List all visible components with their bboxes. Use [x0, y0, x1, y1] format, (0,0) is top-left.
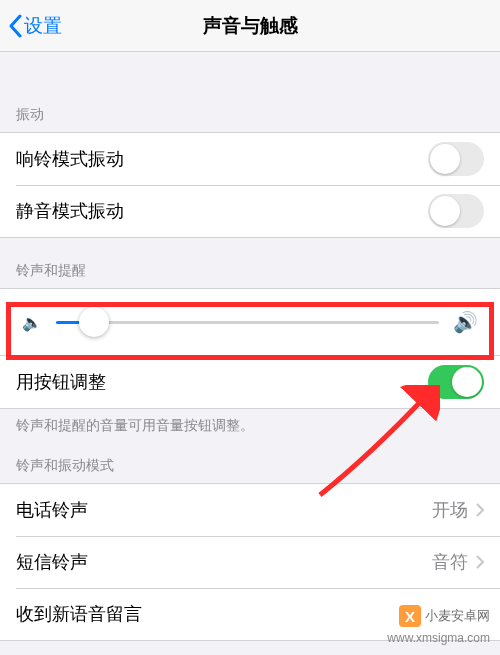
back-button[interactable]: 设置: [8, 13, 62, 39]
speaker-low-icon: 🔈: [22, 313, 42, 332]
section-footer-ringer: 铃声和提醒的音量可用音量按钮调整。: [0, 409, 500, 447]
cell-change-with-buttons[interactable]: 用按钮调整: [0, 356, 500, 408]
cell-label: 收到新语音留言: [16, 602, 142, 626]
ringer-volume-cell: 🔈 🔊: [0, 288, 500, 356]
chevron-right-icon: [476, 503, 484, 517]
watermark-url: www.xmsigma.com: [387, 631, 490, 645]
watermark-brand: 小麦安卓网: [425, 607, 490, 625]
cell-ringtone[interactable]: 电话铃声 开场: [0, 484, 500, 536]
back-label: 设置: [24, 13, 62, 39]
cell-label: 用按钮调整: [16, 370, 106, 394]
cell-text-tone[interactable]: 短信铃声 音符: [0, 536, 500, 588]
navbar: 设置 声音与触感: [0, 0, 500, 52]
ringer-volume-slider[interactable]: [56, 321, 439, 324]
watermark-logo: X 小麦安卓网: [399, 605, 490, 627]
section-header-ringer: 铃声和提醒: [0, 238, 500, 288]
speaker-high-icon: 🔊: [453, 310, 478, 334]
switch-vibrate-on-ring[interactable]: [428, 142, 484, 176]
button-adjust-group: 用按钮调整: [0, 356, 500, 409]
cell-label: 响铃模式振动: [16, 147, 124, 171]
chevron-left-icon: [8, 14, 22, 38]
slider-thumb[interactable]: [79, 307, 109, 337]
vibration-group: 响铃模式振动 静音模式振动: [0, 132, 500, 238]
cell-value: 开场: [432, 498, 468, 522]
cell-label: 短信铃声: [16, 550, 88, 574]
cell-vibrate-on-ring[interactable]: 响铃模式振动: [0, 133, 500, 185]
switch-change-with-buttons[interactable]: [428, 365, 484, 399]
cell-label: 电话铃声: [16, 498, 88, 522]
cell-value: 音符: [432, 550, 468, 574]
section-header-vibration: 振动: [0, 82, 500, 132]
switch-vibrate-on-silent[interactable]: [428, 194, 484, 228]
page-title: 声音与触感: [203, 13, 298, 39]
chevron-right-icon: [476, 555, 484, 569]
watermark-x-icon: X: [399, 605, 421, 627]
cell-vibrate-on-silent[interactable]: 静音模式振动: [0, 185, 500, 237]
cell-label: 静音模式振动: [16, 199, 124, 223]
section-header-patterns: 铃声和振动模式: [0, 447, 500, 483]
